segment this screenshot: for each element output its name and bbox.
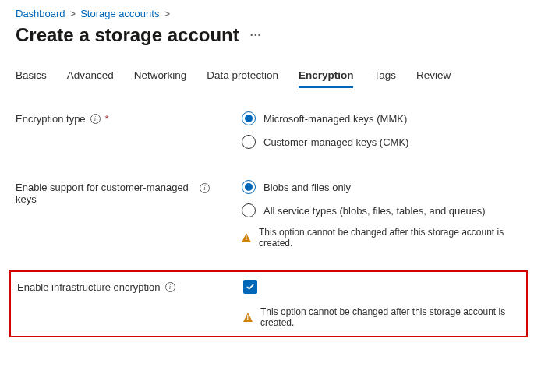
breadcrumb: Dashboard > Storage accounts > [16, 8, 518, 19]
highlight-infrastructure-encryption: Enable infrastructure encryption i This … [9, 270, 528, 337]
tab-data-protection[interactable]: Data protection [207, 69, 278, 88]
warning-icon [243, 313, 253, 322]
info-icon[interactable]: i [90, 114, 101, 124]
page-title-text: Create a storage account [16, 24, 239, 46]
infra-encryption-label: Enable infrastructure encryption [17, 281, 161, 293]
page-title: Create a storage account ··· [16, 24, 518, 46]
tabs: Basics Advanced Networking Data protecti… [16, 69, 518, 88]
infra-encryption-warning-text: This option cannot be changed after this… [260, 306, 522, 328]
chevron-right-icon: > [70, 8, 76, 19]
required-indicator: * [105, 113, 109, 125]
radio-mmk[interactable]: Microsoft-managed keys (MMK) [242, 111, 518, 125]
radio-blobs-files-only[interactable]: Blobs and files only [242, 180, 518, 194]
info-icon[interactable]: i [165, 282, 175, 292]
tab-basics[interactable]: Basics [16, 69, 47, 88]
breadcrumb-dashboard[interactable]: Dashboard [16, 8, 65, 19]
breadcrumb-storage-accounts[interactable]: Storage accounts [80, 8, 159, 19]
tab-networking[interactable]: Networking [134, 69, 187, 88]
radio-blobs-label: Blobs and files only [263, 182, 351, 193]
radio-icon [242, 203, 256, 217]
tab-encryption[interactable]: Encryption [299, 69, 354, 88]
info-icon[interactable]: i [200, 183, 210, 193]
row-encryption-type: Encryption type i * Microsoft-managed ke… [16, 111, 518, 158]
cmk-support-warning-text: This option cannot be changed after this… [259, 227, 518, 249]
cmk-support-label: Enable support for customer-managed keys [16, 182, 195, 205]
radio-mmk-label: Microsoft-managed keys (MMK) [263, 113, 407, 125]
radio-icon [242, 111, 256, 125]
radio-cmk[interactable]: Customer-managed keys (CMK) [242, 135, 518, 149]
tab-advanced[interactable]: Advanced [67, 69, 114, 88]
infra-encryption-warning: This option cannot be changed after this… [243, 306, 522, 328]
encryption-type-label: Encryption type [16, 113, 86, 125]
infra-encryption-checkbox[interactable] [243, 280, 257, 294]
cmk-support-warning: This option cannot be changed after this… [242, 227, 518, 249]
more-actions-button[interactable]: ··· [250, 30, 262, 41]
row-cmk-support: Enable support for customer-managed keys… [16, 180, 518, 249]
tab-tags[interactable]: Tags [373, 69, 396, 88]
warning-icon [242, 233, 251, 242]
chevron-right-icon: > [164, 8, 170, 19]
tab-review[interactable]: Review [416, 69, 451, 88]
radio-all-service-types[interactable]: All service types (blobs, files, tables,… [242, 203, 518, 217]
check-icon [246, 282, 255, 291]
radio-all-label: All service types (blobs, files, tables,… [263, 205, 486, 217]
radio-cmk-label: Customer-managed keys (CMK) [263, 136, 408, 148]
radio-icon [242, 180, 256, 194]
radio-icon [242, 135, 256, 149]
row-infrastructure-encryption: Enable infrastructure encryption i This … [16, 280, 522, 328]
